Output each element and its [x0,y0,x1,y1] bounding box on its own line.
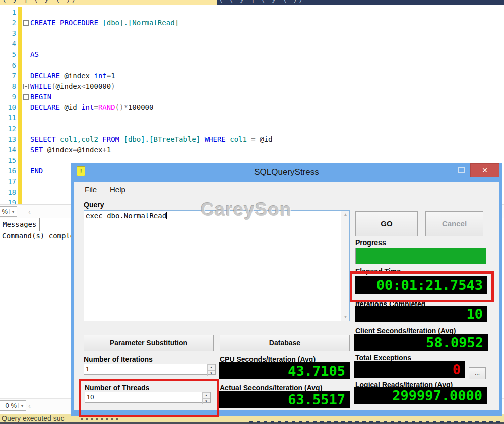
exceptions-more-button[interactable]: ... [469,367,486,379]
messages-output: Command(s) comple [2,232,74,240]
scroll-down-icon[interactable]: ▼ [341,315,350,319]
code-text: BEGIN [29,92,504,102]
zoom-value: % [0,208,9,215]
query-scrollbar[interactable]: ▲ ▼ [341,211,349,321]
change-tracking-bar [18,113,22,124]
collapse-region-icon[interactable]: − [23,84,29,89]
change-tracking-bar [18,92,22,102]
screenshot-root: ( y | ( y ( )) ( ( y | ( y ( )) 12−CREAT… [0,0,504,424]
code-line[interactable]: 4 [0,39,504,49]
line-number: 17 [0,176,18,187]
spinner-down-icon[interactable]: ▼ [202,398,210,404]
cancel-button[interactable]: Cancel [425,211,483,236]
chevron-down-icon[interactable]: ▾ [9,209,17,214]
change-tracking-bar [18,28,22,39]
menu-help[interactable]: Help [110,185,125,194]
line-number: 16 [0,166,18,176]
line-number: 15 [0,155,18,166]
line-number: 13 [0,134,18,145]
code-text: WHILE(@index<100000) [29,81,504,92]
elapsed-time-display: 00:01:21.7543 [355,276,487,294]
line-number: 12 [0,124,18,134]
line-number: 1 [0,7,18,18]
line-number: 18 [0,187,18,198]
sqlquerystress-window: ! SQLQueryStress — ✕ File Help Query exe… [71,163,502,416]
database-button[interactable]: Database [220,335,350,351]
threads-value[interactable]: 10 [85,392,202,402]
spinner-up-icon[interactable]: ▲ [202,392,210,398]
code-text: AS [29,49,504,60]
line-number: 9 [0,92,18,102]
change-tracking-bar [18,81,22,92]
elapsed-time-label: Elapsed Time [355,267,401,275]
code-text: CREATE PROCEDURE [dbo].[NormalRead] [29,18,504,28]
code-line[interactable]: 13SELECT col1,col2 FROM [dbo].[BTreeTabl… [0,134,504,145]
editor-tab-active[interactable]: ( y | ( y ( )) [0,0,217,5]
code-text: SET @index=@index+1 [29,145,504,155]
logical-reads-display: 299997.0000 [354,387,487,404]
messages-zoom-dropdown[interactable]: 0 % ▾ [0,400,26,411]
query-input[interactable]: exec dbo.NormalRead ▲ ▼ [84,210,350,321]
iterations-value[interactable]: 1 [84,364,207,374]
line-number: 4 [0,39,18,49]
collapse-region-icon[interactable]: − [23,20,29,26]
line-number: 19 [0,198,18,204]
code-line[interactable]: 1 [0,7,504,18]
editor-tab-inactive[interactable]: ( ( y | ( y ( )) [217,0,504,5]
status-text: Query executed suc [2,414,65,422]
code-text [29,60,504,71]
code-line[interactable]: 8−WHILE(@index<100000) [0,81,504,92]
title-bar[interactable]: ! SQLQueryStress — ✕ [71,163,502,182]
code-line[interactable]: 11 [0,113,504,124]
change-tracking-bar [18,60,22,71]
maximize-button[interactable] [453,163,470,178]
code-text [29,124,504,134]
change-tracking-bar [18,155,22,166]
change-tracking-bar [18,124,22,134]
menu-file[interactable]: File [85,185,97,194]
scroll-left-icon[interactable]: ‹ [28,207,31,216]
scroll-up-icon[interactable]: ▲ [341,212,350,217]
minimize-button[interactable]: — [436,163,453,178]
chevron-down-icon[interactable]: ▾ [18,403,26,408]
tab-messages[interactable]: Messages [0,218,40,231]
progress-bar [355,248,486,264]
scroll-left-icon[interactable]: ‹ [28,401,31,410]
actual-seconds-label: Actual Seconds/Iteration (Avg) [220,384,322,392]
maximize-icon [458,167,465,173]
code-line[interactable]: 7DECLARE @index int=1 [0,71,504,81]
code-text: DECLARE @index int=1 [29,71,504,81]
line-number: 14 [0,145,18,155]
careyson-watermark: CareySon [201,199,292,220]
code-line[interactable]: 3 [0,28,504,39]
tab-title-fragment: ( ( y | ( y ( )) [220,0,305,3]
progress-label: Progress [355,238,386,247]
code-line[interactable]: 9−BEGIN [0,92,504,102]
code-line[interactable]: 2−CREATE PROCEDURE [dbo].[NormalRead] [0,18,504,28]
editor-zoom-dropdown[interactable]: % ▾ [0,206,17,217]
spinner-down-icon[interactable]: ▼ [207,370,215,376]
code-line[interactable]: 5AS [0,49,504,60]
code-line[interactable]: 14SET @index=@index+1 [0,145,504,155]
menu-bar: File Help [74,182,499,197]
change-tracking-bar [18,145,22,155]
actual-seconds-display: 63.5517 [219,391,350,408]
code-line[interactable]: 12 [0,124,504,134]
change-tracking-bar [18,18,22,28]
iterations-stepper[interactable]: 1 ▲ ▼ [84,364,216,375]
parameter-substitution-button[interactable]: Parameter Substitution [84,335,214,351]
number-of-threads-label: Number of Threads [85,384,149,392]
code-text [29,39,504,49]
code-line[interactable]: 6 [0,60,504,71]
threads-stepper[interactable]: 10 ▲ ▼ [85,392,211,403]
number-of-iterations-label: Number of Iterations [84,355,153,364]
go-button[interactable]: GO [355,211,418,236]
collapse-region-icon[interactable]: − [23,94,29,100]
status-dashes-decoration [249,421,502,423]
change-tracking-bar [18,39,22,49]
code-line[interactable]: 10DECLARE @id int=RAND()*100000 [0,102,504,113]
close-button[interactable]: ✕ [470,163,499,177]
window-client-area: File Help Query exec dbo.NormalRead ▲ ▼ … [74,182,499,410]
tab-title-fragment: ( y | ( y ( )) [3,0,78,3]
spinner-up-icon[interactable]: ▲ [207,364,215,370]
